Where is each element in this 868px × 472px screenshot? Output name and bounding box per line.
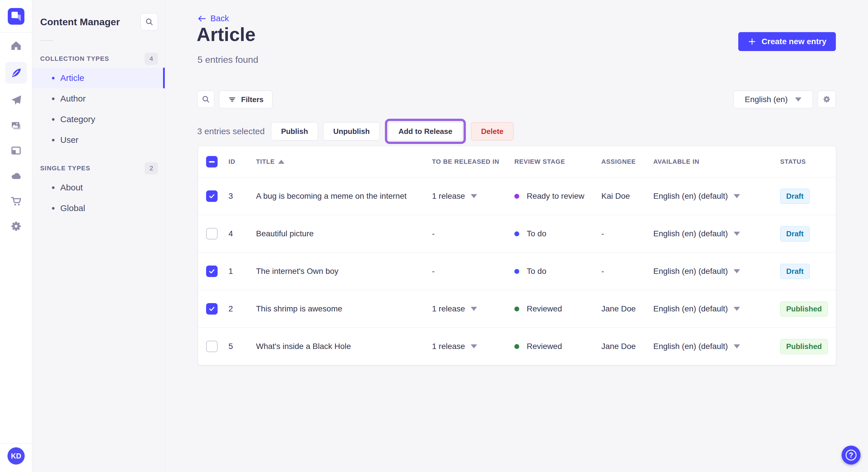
single-types-count: 2 bbox=[145, 162, 158, 174]
col-assignee[interactable]: ASSIGNEE bbox=[601, 158, 653, 165]
release-dropdown[interactable]: - bbox=[432, 267, 515, 276]
sidebar-item-label: Author bbox=[60, 94, 86, 103]
release-dropdown[interactable]: 1 release bbox=[432, 342, 515, 351]
bullet-icon bbox=[52, 118, 55, 121]
status-badge: Published bbox=[780, 339, 828, 354]
release-dropdown[interactable]: 1 release bbox=[432, 304, 515, 313]
filters-button[interactable]: Filters bbox=[219, 91, 272, 108]
table-row[interactable]: 5 What's inside a Black Hole 1 release R… bbox=[198, 328, 836, 365]
layout-icon[interactable] bbox=[5, 142, 27, 160]
entries-table: ID TITLE TO BE RELEASED IN REVIEW STAGE … bbox=[198, 146, 836, 365]
back-label: Back bbox=[210, 14, 229, 23]
locale-select[interactable]: English (en) bbox=[733, 91, 813, 108]
cell-id: 1 bbox=[228, 267, 256, 276]
panel-title: Content Manager bbox=[40, 16, 120, 28]
plus-icon bbox=[748, 37, 756, 46]
available-in-dropdown[interactable]: English (en) (default) bbox=[653, 267, 780, 276]
sidebar-item-user[interactable]: User bbox=[32, 130, 165, 150]
available-in-dropdown[interactable]: English (en) (default) bbox=[653, 304, 780, 313]
select-all-checkbox[interactable] bbox=[206, 156, 218, 167]
row-checkbox[interactable] bbox=[206, 191, 218, 202]
sidebar-item-author[interactable]: Author bbox=[32, 88, 165, 109]
col-id[interactable]: ID bbox=[228, 158, 256, 165]
cell-id: 5 bbox=[228, 342, 256, 351]
available-in-dropdown[interactable]: English (en) (default) bbox=[653, 342, 780, 351]
page-title: Article bbox=[197, 24, 255, 45]
cell-title: This shrimp is awesome bbox=[256, 304, 432, 313]
arrow-left-icon bbox=[197, 14, 206, 23]
collection-types-count: 4 bbox=[145, 53, 158, 65]
avatar[interactable]: KD bbox=[7, 447, 25, 465]
sidebar-item-label: User bbox=[60, 135, 79, 145]
row-checkbox[interactable] bbox=[206, 228, 218, 239]
cell-id: 4 bbox=[228, 229, 256, 238]
row-checkbox[interactable] bbox=[206, 266, 218, 277]
cell-title: What's inside a Black Hole bbox=[256, 342, 432, 351]
col-status[interactable]: STATUS bbox=[780, 158, 836, 165]
col-to-be-released-in[interactable]: TO BE RELEASED IN bbox=[432, 158, 515, 165]
publish-button[interactable]: Publish bbox=[271, 122, 318, 140]
sidebar-item-article[interactable]: Article bbox=[32, 68, 165, 88]
release-dropdown[interactable]: 1 release bbox=[432, 192, 515, 201]
row-checkbox[interactable] bbox=[206, 341, 218, 352]
sidebar-item-about[interactable]: About bbox=[32, 177, 165, 198]
unpublish-button[interactable]: Unpublish bbox=[323, 122, 380, 140]
table-row[interactable]: 1 The internet's Own boy - To do - Engli… bbox=[198, 252, 836, 290]
sort-asc-icon bbox=[278, 160, 284, 164]
col-title[interactable]: TITLE bbox=[256, 158, 432, 165]
cart-icon[interactable] bbox=[5, 192, 27, 210]
send-icon[interactable] bbox=[5, 91, 27, 109]
cell-review-stage: To do bbox=[515, 229, 601, 238]
media-icon[interactable] bbox=[5, 116, 27, 134]
main-content: Back Article 5 entries found Create new … bbox=[165, 0, 868, 472]
create-new-entry-label: Create new entry bbox=[762, 37, 826, 46]
bullet-icon bbox=[52, 187, 55, 189]
cell-assignee: Jane Doe bbox=[601, 304, 653, 313]
question-icon: ? bbox=[846, 450, 857, 461]
cell-assignee: - bbox=[601, 267, 653, 276]
home-icon[interactable] bbox=[5, 37, 27, 55]
table-row[interactable]: 4 Beautiful picture - To do - English (e… bbox=[198, 215, 836, 252]
cell-assignee: - bbox=[601, 229, 653, 238]
sidebar-item-label: Global bbox=[60, 203, 85, 213]
search-button[interactable] bbox=[197, 91, 214, 108]
cell-assignee: Jane Doe bbox=[601, 342, 653, 351]
available-in-dropdown[interactable]: English (en) (default) bbox=[653, 192, 780, 201]
chevron-down-icon bbox=[734, 232, 740, 236]
chevron-down-icon bbox=[734, 269, 740, 273]
row-checkbox[interactable] bbox=[206, 303, 218, 314]
release-dropdown[interactable]: - bbox=[432, 229, 515, 238]
status-badge: Published bbox=[780, 301, 828, 316]
filters-label: Filters bbox=[241, 95, 264, 104]
help-button[interactable]: ? bbox=[842, 446, 861, 465]
delete-button[interactable]: Delete bbox=[471, 122, 514, 140]
review-stage-dot bbox=[515, 344, 519, 349]
sidebar-item-category[interactable]: Category bbox=[32, 109, 165, 130]
add-to-release-button[interactable]: Add to Release bbox=[389, 122, 462, 140]
cell-title: Beautiful picture bbox=[256, 229, 432, 238]
app-logo-box bbox=[0, 0, 32, 33]
chevron-down-icon bbox=[734, 194, 740, 198]
create-new-entry-button[interactable]: Create new entry bbox=[738, 32, 836, 51]
cell-review-stage: Reviewed bbox=[515, 304, 601, 313]
table-row[interactable]: 3 A bug is becoming a meme on the intern… bbox=[198, 177, 836, 215]
available-in-dropdown[interactable]: English (en) (default) bbox=[653, 229, 780, 238]
table-row[interactable]: 2 This shrimp is awesome 1 release Revie… bbox=[198, 290, 836, 328]
status-badge: Draft bbox=[780, 264, 810, 279]
col-review-stage[interactable]: REVIEW STAGE bbox=[515, 158, 601, 165]
sidebar-item-global[interactable]: Global bbox=[32, 198, 165, 218]
strapi-logo[interactable] bbox=[8, 8, 24, 25]
back-link[interactable]: Back bbox=[197, 14, 229, 23]
content-manager-panel: Content Manager COLLECTION TYPES 4 Artic… bbox=[32, 0, 165, 472]
cell-title: The internet's Own boy bbox=[256, 267, 432, 276]
selection-count: 3 entries selected bbox=[197, 127, 265, 136]
content-manager-icon[interactable] bbox=[5, 62, 27, 84]
view-settings-button[interactable] bbox=[817, 91, 836, 108]
settings-gear-icon[interactable] bbox=[5, 217, 27, 235]
add-to-release-highlight: Add to Release bbox=[385, 119, 466, 144]
review-stage-dot bbox=[515, 231, 519, 236]
cloud-icon[interactable] bbox=[5, 167, 27, 185]
col-available-in[interactable]: AVAILABLE IN bbox=[653, 158, 780, 165]
panel-search-button[interactable] bbox=[141, 13, 158, 30]
cell-id: 3 bbox=[228, 192, 256, 201]
